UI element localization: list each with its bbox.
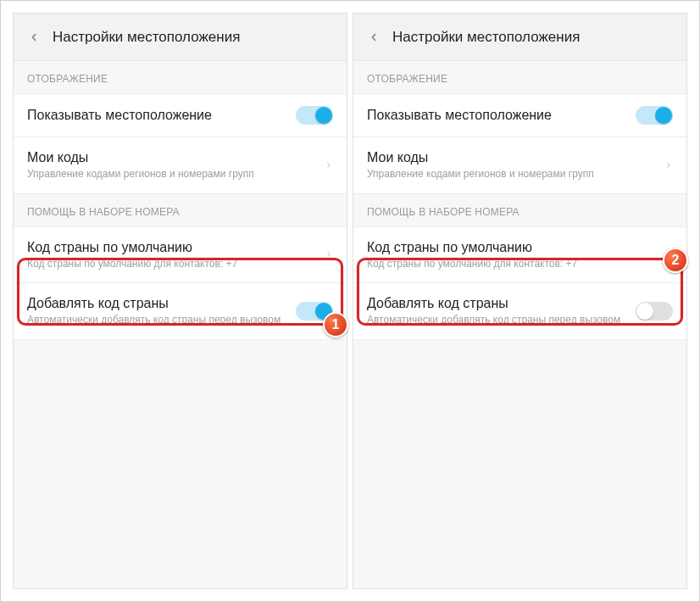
row-title: Показывать местоположение <box>367 107 629 124</box>
section-display: ОТОБРАЖЕНИЕ <box>353 61 686 93</box>
chevron-right-icon <box>664 248 673 260</box>
chevron-right-icon <box>325 248 333 260</box>
toggle-add-code[interactable] <box>636 302 673 321</box>
row-title: Добавлять код страны <box>27 295 289 312</box>
titlebar: Настройки местоположения <box>14 14 347 61</box>
row-title: Код страны по умолчанию <box>367 239 658 256</box>
phone-screen-2: Настройки местоположения ОТОБРАЖЕНИЕ Пок… <box>353 13 687 589</box>
toggle-show-location[interactable] <box>636 106 673 125</box>
row-show-location[interactable]: Показывать местоположение <box>14 93 347 137</box>
row-my-codes[interactable]: Мои коды Управление кодами регионов и но… <box>353 137 686 194</box>
row-subtitle: Код страны по умолчанию для контактов: +… <box>27 258 318 271</box>
section-dial: ПОМОЩЬ В НАБОРЕ НОМЕРА <box>14 194 347 226</box>
chevron-right-icon <box>664 159 673 171</box>
row-title: Добавлять код страны <box>367 295 629 312</box>
section-display: ОТОБРАЖЕНИЕ <box>14 61 347 93</box>
row-add-code[interactable]: Добавлять код страны Автоматически добав… <box>14 283 347 340</box>
row-title: Показывать местоположение <box>27 107 289 124</box>
row-add-code[interactable]: Добавлять код страны Автоматически добав… <box>353 283 686 340</box>
row-show-location[interactable]: Показывать местоположение <box>353 93 686 137</box>
row-default-code[interactable]: Код страны по умолчанию Код страны по ум… <box>14 226 347 284</box>
row-title: Мои коды <box>367 149 658 166</box>
row-subtitle: Управление кодами регионов и номерами гр… <box>27 168 318 181</box>
section-dial: ПОМОЩЬ В НАБОРЕ НОМЕРА <box>353 194 686 226</box>
row-subtitle: Автоматически добавлять код страны перед… <box>27 314 289 327</box>
row-my-codes[interactable]: Мои коды Управление кодами регионов и но… <box>14 137 347 194</box>
toggle-add-code[interactable] <box>296 302 333 321</box>
phone-screen-1: Настройки местоположения ОТОБРАЖЕНИЕ Пок… <box>13 13 347 589</box>
row-subtitle: Автоматически добавлять код страны перед… <box>367 314 629 327</box>
back-icon[interactable] <box>364 27 384 47</box>
toggle-show-location[interactable] <box>296 106 333 125</box>
row-default-code[interactable]: Код страны по умолчанию Код страны по ум… <box>353 226 686 284</box>
back-icon[interactable] <box>24 27 44 47</box>
chevron-right-icon <box>325 159 333 171</box>
row-subtitle: Управление кодами регионов и номерами гр… <box>367 168 658 181</box>
row-subtitle: Код страны по умолчанию для контактов: +… <box>367 258 658 271</box>
page-title: Настройки местоположения <box>53 29 240 46</box>
titlebar: Настройки местоположения <box>353 14 686 61</box>
row-title: Код страны по умолчанию <box>27 239 318 256</box>
page-title: Настройки местоположения <box>392 29 580 46</box>
row-title: Мои коды <box>27 149 318 166</box>
